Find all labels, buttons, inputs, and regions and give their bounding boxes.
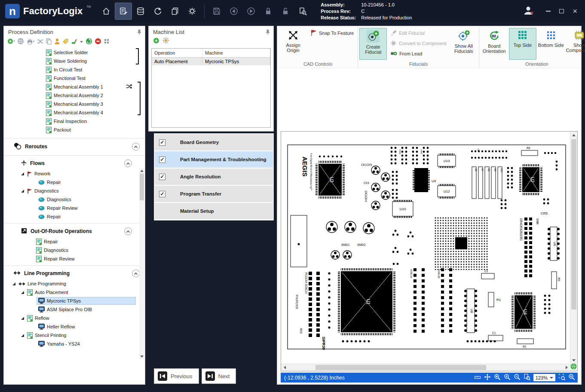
show-all-fiducials-button[interactable]: Show All Fiducials: [450, 28, 478, 60]
scroll-left-button[interactable]: [281, 364, 288, 371]
tree-item-reflow[interactable]: Reflow: [4, 314, 145, 322]
column-header-operation[interactable]: Operation: [152, 49, 202, 57]
scroll-thumb[interactable]: [140, 174, 144, 200]
pin-icon[interactable]: [137, 29, 141, 35]
zoom-extents-globe-icon[interactable]: [570, 363, 577, 371]
show-components-button[interactable]: Show Components: [566, 28, 585, 60]
zoom-in-icon[interactable]: [504, 374, 511, 382]
step-row-board-geometry[interactable]: ✓Board Geometry: [155, 134, 273, 150]
section-header-flows[interactable]: Flows: [4, 157, 145, 169]
tree-item-yamaha-ys24[interactable]: Yamaha - YS24: [4, 340, 145, 348]
expand-arrow-icon[interactable]: [21, 334, 24, 337]
zoom-selection-icon[interactable]: [558, 374, 565, 382]
expand-arrow-icon[interactable]: [21, 190, 24, 193]
link-icon[interactable]: [17, 38, 24, 45]
tree-item-mechanical-assembly-4[interactable]: Mechanical Assembly 4: [4, 108, 145, 117]
save-button[interactable]: [208, 3, 225, 20]
machine-table-row[interactable]: Auto PlacementMycronic TPSys: [152, 58, 270, 65]
tree-item-mechanical-assembly-2[interactable]: Mechanical Assembly 2: [4, 91, 145, 100]
back-button[interactable]: [225, 3, 242, 20]
tree-item-repair-review[interactable]: Repair Review: [4, 254, 145, 263]
dropdown-caret-icon[interactable]: [80, 39, 83, 44]
assign-origin-button[interactable]: Assign Origin: [279, 28, 307, 60]
board-orientation-button[interactable]: 90 Board Orientation: [481, 28, 508, 60]
tree-item-mycronic-tpsys[interactable]: Mycronic TPSys: [4, 297, 145, 305]
tree-item-diagnostics[interactable]: Diagnostics: [4, 246, 145, 254]
vertical-scroll-thumb[interactable]: [571, 139, 576, 309]
cad-canvas[interactable]: AEGISThe Digital Mind of Manufacturing™P…: [281, 132, 570, 364]
tag-icon[interactable]: [62, 38, 69, 45]
section-header-out-of-route[interactable]: Out-Of-Route Operations: [4, 225, 145, 237]
tree-item-diagnostics[interactable]: Diagnostics: [4, 187, 145, 195]
tree-item-mechanical-assembly-1[interactable]: Mechanical Assembly 1: [4, 83, 145, 91]
materials-button[interactable]: [132, 3, 149, 20]
zoom-extents-icon[interactable]: [568, 374, 575, 382]
copy-icon[interactable]: [46, 38, 52, 45]
viewer-horizontal-scrollbar[interactable]: [281, 364, 570, 371]
collapse-section-button[interactable]: [124, 159, 132, 167]
documents-button[interactable]: [166, 3, 184, 20]
expand-arrow-icon[interactable]: [12, 282, 15, 285]
step-checkbox[interactable]: ✓: [159, 191, 165, 197]
step-row-program-transfer[interactable]: ✓Program Transfer: [155, 186, 273, 202]
forward-button[interactable]: [242, 3, 260, 20]
section-header-line-programming[interactable]: Line Programming: [4, 267, 145, 279]
expand-arrow-icon[interactable]: [21, 172, 24, 175]
zoom-page-icon[interactable]: [524, 374, 530, 382]
pan-icon[interactable]: [484, 374, 491, 382]
run-icon[interactable]: [86, 38, 92, 45]
previous-button[interactable]: Previous: [154, 368, 199, 384]
edit-fiducial-button[interactable]: Edit Fiducial: [388, 28, 449, 38]
stop-icon[interactable]: [95, 38, 101, 45]
shuffle-icon[interactable]: [126, 83, 132, 91]
tree-item-functional-test[interactable]: Functional Test: [4, 74, 145, 83]
tree-item-heller-reflow[interactable]: Heller Reflow: [4, 322, 145, 331]
create-fiducial-button[interactable]: Create Fiducial: [359, 28, 387, 60]
assign-user-icon[interactable]: [54, 38, 60, 45]
expand-arrow-icon[interactable]: [21, 317, 24, 320]
step-checkbox[interactable]: ✓: [159, 139, 165, 146]
tree-item-packout[interactable]: Packout: [4, 126, 145, 134]
more-tools-icon[interactable]: [104, 38, 110, 44]
scroll-down-button[interactable]: [139, 354, 144, 359]
horizontal-scroll-thumb[interactable]: [315, 365, 486, 370]
add-machine-icon[interactable]: [153, 37, 159, 46]
top-side-button[interactable]: Top Side: [509, 28, 536, 60]
scroll-right-button[interactable]: [563, 364, 570, 371]
tree-item-repair[interactable]: Repair: [4, 178, 145, 187]
print-icon[interactable]: [26, 38, 35, 45]
process-definition-button[interactable]: [115, 3, 132, 20]
bottom-side-button[interactable]: Bottom Side: [537, 28, 565, 60]
user-account-icon[interactable]: [524, 6, 535, 17]
lock-button[interactable]: [260, 3, 277, 20]
scroll-down-button[interactable]: [570, 357, 577, 364]
tree-item-in-circuit-test[interactable]: In Circuit Test: [4, 65, 145, 74]
step-checkbox[interactable]: ✓: [159, 174, 165, 180]
brush-icon[interactable]: [71, 38, 77, 45]
zoom-level-select[interactable]: 123%: [533, 374, 555, 381]
tree-item-repair[interactable]: Repair: [4, 212, 145, 221]
measure-icon[interactable]: [474, 374, 481, 382]
collapse-section-button[interactable]: [132, 143, 140, 150]
tree-item-selective-solder[interactable]: Selective Solder: [4, 48, 145, 57]
minimize-button[interactable]: [546, 11, 551, 12]
convert-to-component-button[interactable]: Convert to Component: [388, 38, 449, 49]
from-lead-button[interactable]: From Lead: [388, 49, 449, 59]
machine-settings-icon[interactable]: [162, 37, 169, 46]
inspect-button[interactable]: [294, 3, 311, 20]
step-row-material-setup[interactable]: Material Setup: [155, 203, 273, 219]
tree-item-rework[interactable]: Rework: [4, 169, 145, 178]
tree-item-asm-siplace-pro-oib[interactable]: ASM Siplace Pro OIB: [4, 305, 145, 314]
step-checkbox[interactable]: ✓: [159, 156, 165, 163]
tree-item-final-inspection[interactable]: Final Inspection: [4, 117, 145, 126]
sync-button[interactable]: [149, 3, 166, 20]
tree-item-wave-soldering[interactable]: Wave Soldering: [4, 57, 145, 65]
tree-item-stencil-printing[interactable]: Stencil Printing: [4, 331, 145, 340]
reorder-icon[interactable]: [37, 39, 43, 44]
tree-item-mechanical-assembly-3[interactable]: Mechanical Assembly 3: [4, 100, 145, 108]
step-row-part-management-troubleshooting[interactable]: ✓Part Management & Troubleshooting: [155, 151, 273, 168]
zoom-window-icon[interactable]: [494, 374, 501, 382]
tree-item-auto-placement[interactable]: Auto Placement: [4, 288, 145, 297]
tree-item-diagnostics[interactable]: Diagnostics: [4, 195, 145, 204]
tree-item-repair[interactable]: Repair: [4, 237, 145, 246]
